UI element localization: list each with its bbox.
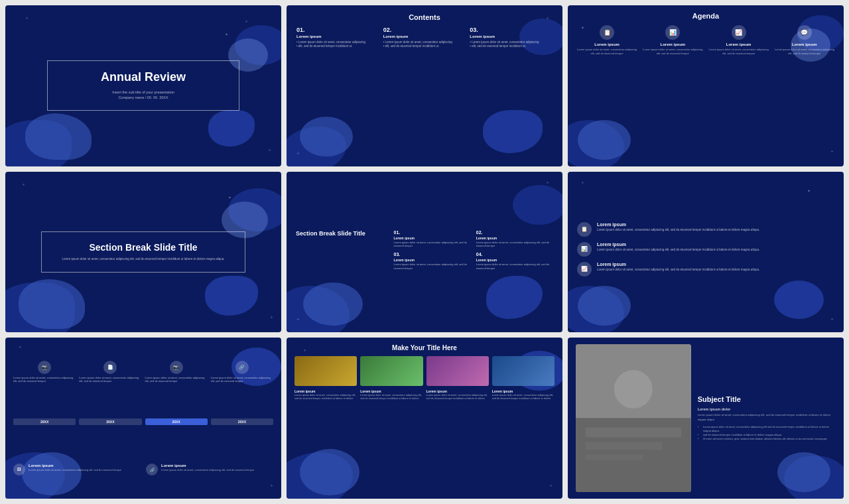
tl-text-2: Lorem ipsum Lorem ipsum dolor sit amet, … [161, 464, 254, 472]
photo-caption-4: Lorem ipsum Lorem ipsum dolor sit amet, … [492, 389, 555, 401]
photo-caption-3: Lorem ipsum Lorem ipsum dolor sit amet, … [426, 389, 489, 401]
agenda-label-2: Lorem ipsum [641, 42, 704, 46]
icon-list-item-2: 📊 Lorem ipsum Lorem ipsum dolor sit amet… [577, 242, 834, 257]
slide9-title-bold: Title [726, 395, 740, 403]
tl-icon-1: 🖼 [13, 464, 25, 475]
icon-list-circle-3: 📈 [577, 262, 592, 277]
svg-point-2 [614, 370, 653, 409]
slide-5: + + Section Break Slide Title 01. Lorem … [287, 172, 562, 333]
tl-title-1: Lorem ipsum [29, 464, 121, 468]
year-2: 20XX [79, 418, 141, 425]
agenda-icon-1: 📋 [600, 25, 614, 40]
slide8-title-plain: Make Your [392, 344, 426, 351]
agenda-label-4: Lorem ipsum [773, 42, 836, 46]
slide9-text: Subject Title Lorem ipsum dolor Lorem ip… [698, 344, 836, 492]
slide9-title: Subject Title [698, 395, 836, 403]
tl-title-2: Lorem ipsum [161, 464, 254, 468]
tl-text-1: Lorem ipsum Lorem ipsum dolor sit amet, … [29, 464, 121, 472]
tl-desc-1: Lorem ipsum dolor sit amet, consectetur … [29, 468, 121, 472]
agenda-desc-1: Lorem ipsum dolor sit amet, consectetur … [576, 48, 638, 55]
icon-list-text-3: Lorem ipsum Lorem ipsum dolor sit amet, … [597, 262, 759, 272]
slide5-col3: 02. Lorem ipsum Lorem ipsum dolor sit am… [476, 230, 553, 274]
contents-grid: 01. Lorem ipsum Lorem ipsum dolor sit am… [296, 27, 553, 49]
slide9-lorem: Lorem ipsum dolor [698, 407, 836, 411]
photo-caption-2: Lorem ipsum Lorem ipsum dolor sit amet, … [360, 389, 423, 401]
icon-list-circle-2: 📊 [577, 242, 592, 257]
timeline-icon-3: 📷 [170, 361, 183, 374]
slide4-title: Section Break Slide Title [55, 242, 232, 253]
slide4-subtitle: Lorem ipsum dolor sit amet, consectetur … [55, 257, 232, 262]
year-3: 20XX [145, 418, 208, 425]
content-title-3: Lorem ipsum [470, 34, 553, 38]
agenda-label-1: Lorem ipsum [576, 42, 638, 46]
agenda-desc-4: Lorem ipsum dolor sit amet, consectetur … [773, 48, 836, 55]
timeline-icon-2: 📄 [103, 361, 117, 374]
slide3-heading: Agenda [576, 12, 836, 20]
slide5-num-3: 03. [394, 252, 471, 257]
timeline-item-3: 📷 Lorem ipsum dolor sit amet, consectetu… [145, 361, 208, 383]
svg-rect-3 [585, 428, 681, 437]
timeline-top-row: 📷 Lorem ipsum dolor sit amet, consectetu… [13, 361, 273, 383]
slide5-item-2: 02. Lorem ipsum Lorem ipsum dolor sit am… [476, 230, 553, 248]
icon-list-circle-1: 📋 [577, 222, 592, 237]
agenda-item-3: 📈 Lorem ipsum Lorem ipsum dolor sit amet… [708, 25, 770, 55]
timeline-item-4: 🔗 Lorem ipsum dolor sit amet, consectetu… [211, 361, 273, 383]
slide5-item-4: 04. Lorem ipsum Lorem ipsum dolor sit am… [476, 252, 553, 270]
slide8-heading: Make Your Title Here [294, 344, 555, 351]
slide5-left-title: Section Break Slide Title [296, 230, 389, 237]
slide5-col2: 01. Lorem ipsum Lorem ipsum dolor sit am… [394, 230, 471, 274]
svg-rect-5 [585, 455, 643, 461]
timeline-icon-1: 📷 [38, 361, 51, 374]
slide5-grid: Section Break Slide Title 01. Lorem ipsu… [296, 230, 553, 274]
slide5-text-4: Lorem ipsum dolor sit amet, consectetur … [476, 263, 553, 270]
timeline-item-1: 📷 Lorem ipsum dolor sit amet, consectetu… [13, 361, 76, 383]
slide5-num-2: 02. [476, 230, 553, 235]
tl-desc-2: Lorem ipsum dolor sit amet, consectetur … [161, 468, 254, 472]
slide1-title: Annual Review [61, 71, 226, 84]
slide9-title-plain: Subject [698, 395, 726, 403]
content-num-3: 03. [470, 27, 553, 33]
slide5-title-3: Lorem ipsum [394, 258, 471, 262]
photo-1 [294, 356, 357, 386]
slide9-body: Lorem ipsum dolor sit amet, consectetur … [698, 413, 836, 422]
agenda-row: 📋 Lorem ipsum Lorem ipsum dolor sit amet… [576, 25, 836, 55]
slide-4: + + ✦ Section Break Slide Title Lorem ip… [5, 172, 281, 333]
slide1-meta: Company name / 00. 00. 20XX [61, 95, 226, 100]
timeline-bottom-1: 🖼 Lorem ipsum Lorem ipsum dolor sit amet… [13, 464, 141, 475]
content-title-1: Lorem ipsum [296, 34, 379, 38]
slide-2: + + Contents 01. Lorem ipsum Lorem ipsum… [287, 5, 562, 166]
timeline-label-2: Lorem ipsum dolor sit amet, consectetur … [79, 376, 141, 383]
content-col-1: 01. Lorem ipsum Lorem ipsum dolor sit am… [296, 27, 379, 49]
icon-list-desc-1: Lorem ipsum dolor sit amet, consectetur … [597, 228, 759, 232]
photo-3 [426, 356, 489, 386]
icon-list-desc-2: Lorem ipsum dolor sit amet, consectetur … [597, 248, 759, 252]
icon-list-desc-3: Lorem ipsum dolor sit amet, consectetur … [597, 268, 759, 272]
slide9-image [576, 344, 691, 492]
agenda-item-1: 📋 Lorem ipsum Lorem ipsum dolor sit amet… [576, 25, 638, 55]
timeline-bottom-2: 🔗 Lorem ipsum Lorem ipsum dolor sit amet… [146, 464, 273, 475]
slide5-text-1: Lorem ipsum dolor sit amet, consectetur … [394, 241, 471, 248]
tl-icon-2: 🔗 [146, 464, 158, 475]
content-col-3: 03. Lorem ipsum Lorem ipsum dolor sit am… [470, 27, 553, 49]
content-num-1: 01. [296, 27, 379, 33]
content-col-2: 02. Lorem ipsum Lorem ipsum dolor sit am… [383, 27, 466, 49]
timeline-label-4: Lorem ipsum dolor sit amet, consectetur … [211, 376, 273, 383]
slide1-subtitle: Insert the sub title of your presentatio… [61, 90, 226, 95]
timeline-item-2: 📄 Lorem ipsum dolor sit amet, consectetu… [79, 361, 141, 383]
slide2-heading: Contents [296, 13, 553, 21]
agenda-desc-2: Lorem ipsum dolor sit amet, consectetur … [641, 48, 704, 55]
slide5-left: Section Break Slide Title [296, 230, 389, 274]
year-4: 20XX [211, 418, 273, 425]
photo-grid [294, 356, 555, 386]
slide5-title-1: Lorem ipsum [394, 236, 471, 240]
content-text-2b: elit, sed do eiusmod tempor incididunt u… [383, 44, 466, 48]
slide-7: + + 📷 Lorem ipsum dolor sit amet, consec… [5, 338, 281, 499]
slide5-text-2: Lorem ipsum dolor sit amet, consectetur … [476, 241, 553, 248]
slide8-title-bold: Title Here [427, 344, 457, 351]
slide5-item-1: 01. Lorem ipsum Lorem ipsum dolor sit am… [394, 230, 471, 248]
agenda-label-3: Lorem ipsum [708, 42, 770, 46]
timeline-icon-4: 🔗 [235, 361, 249, 374]
icon-list-title-1: Lorem ipsum [597, 222, 759, 227]
bullet-1: Lorem ipsum dolor sit amet, consectetur … [698, 425, 836, 433]
photo-2 [360, 356, 423, 386]
